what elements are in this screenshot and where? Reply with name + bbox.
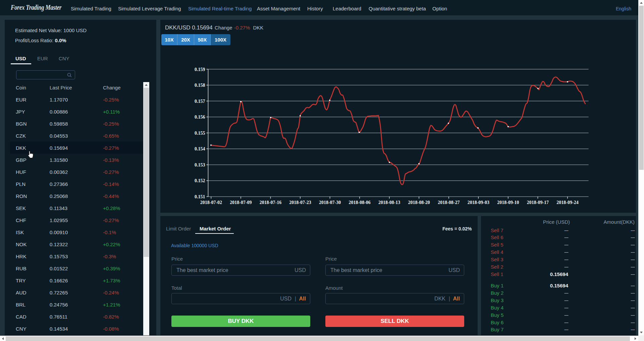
svg-text:2018-07-23: 2018-07-23 [289,200,311,205]
svg-text:2018-07-16: 2018-07-16 [260,200,281,205]
svg-text:2018-09-24: 2018-09-24 [556,200,578,205]
svg-text:0.156: 0.156 [195,115,205,120]
svg-text:2018-07-09: 2018-07-09 [230,200,252,205]
svg-text:0.154: 0.154 [195,146,205,151]
svg-text:0.151: 0.151 [195,194,205,199]
svg-text:0.152: 0.152 [195,178,205,183]
svg-text:2018-07-30: 2018-07-30 [319,200,341,205]
svg-text:2018-09-10: 2018-09-10 [497,200,519,205]
svg-text:0.157: 0.157 [195,99,205,104]
svg-text:0.155: 0.155 [195,131,205,136]
svg-text:0.159: 0.159 [195,67,205,72]
svg-text:2018-08-20: 2018-08-20 [408,200,430,205]
svg-text:2018-09-17: 2018-09-17 [527,200,549,205]
svg-text:2018-08-13: 2018-08-13 [378,200,400,205]
svg-text:2018-08-06: 2018-08-06 [349,200,371,205]
svg-text:0.158: 0.158 [195,83,205,88]
svg-text:2018-09-03: 2018-09-03 [468,200,489,205]
svg-text:2018-07-02: 2018-07-02 [200,200,222,205]
svg-text:2018-08-27: 2018-08-27 [438,200,460,205]
svg-text:0.153: 0.153 [195,162,205,167]
